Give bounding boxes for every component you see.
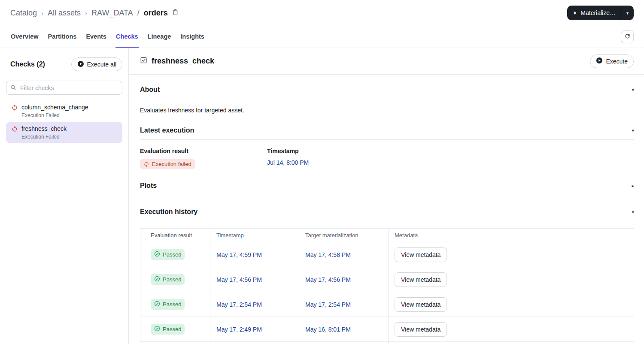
refresh-button[interactable] [621,30,634,43]
target-materialization-link[interactable]: May 17, 4:56 PM [305,276,351,283]
chevron-right-icon: › [85,9,87,17]
execute-label: Execute [606,58,628,65]
column-header-metadata: Metadata [389,229,634,242]
top-bar: Catalog › All assets › RAW_DATA / orders… [0,0,644,26]
check-circle-icon [154,301,160,308]
check-list-item-freshness-check[interactable]: freshness_check Execution Failed [6,122,122,143]
chevron-down-icon: ▾ [632,210,634,214]
execution-history-header[interactable]: Execution history ▾ [140,208,634,221]
refresh-icon [624,33,631,41]
filter-checks-input[interactable] [6,81,122,95]
latest-execution-header[interactable]: Latest execution ▾ [140,127,634,140]
passed-badge: Passed [151,324,185,335]
check-list-item-column-schema-change[interactable]: column_schema_change Execution Failed [6,101,122,121]
execution-history-table: Evaluation result Timestamp Target mater… [140,228,634,344]
checks-sidebar: Checks (2) Execute all [0,48,129,344]
table-row: Passed May 17, 4:56 PM May 17, 4:56 PM V… [140,267,634,292]
view-metadata-button[interactable]: View metadata [395,322,447,337]
tab-insights[interactable]: Insights [180,26,205,48]
about-description: Evaluates freshness for targeted asset. [140,99,634,114]
section-title: About [140,86,160,94]
caret-down-icon: ▾ [626,11,629,15]
latest-timestamp-link[interactable]: Jul 14, 8:00 PM [267,159,309,166]
tab-checks[interactable]: Checks [115,26,139,48]
check-detail-header: freshness_check Execute [129,48,644,75]
section-title: Execution history [140,208,197,216]
check-name: column_schema_change [21,104,88,111]
badge-label: Passed [163,326,181,332]
table-header-row: Evaluation result Timestamp Target mater… [140,229,634,242]
check-name: freshness_check [21,125,67,132]
chevron-down-icon: ▾ [632,88,634,92]
copy-asset-key-button[interactable] [171,8,179,18]
table-row: Passed May 17, 2:54 PM May 17, 2:54 PM V… [140,292,634,317]
table-row: Passed May 17, 4:59 PM May 17, 4:58 PM V… [140,242,634,267]
play-circle-icon [77,60,84,69]
filter-wrap [6,81,122,95]
sparkle-icon: ✦ [572,10,577,16]
sync-failed-icon [11,104,18,111]
materialize-button[interactable]: ✦ Materialize… [567,6,621,20]
timestamp-link[interactable]: May 17, 2:54 PM [216,301,262,308]
execution-history-section: Execution history ▾ Evaluation result Ti… [140,208,634,344]
breadcrumb-catalog[interactable]: Catalog [10,9,37,18]
check-status: Execution Failed [21,134,67,140]
column-header-timestamp: Timestamp [210,229,299,242]
passed-badge: Passed [151,299,185,310]
tab-overview[interactable]: Overview [10,26,39,48]
search-icon [10,84,16,91]
passed-badge: Passed [151,249,185,260]
tab-lineage[interactable]: Lineage [147,26,172,48]
target-materialization-link[interactable]: May 17, 2:54 PM [305,301,351,308]
view-metadata-button[interactable]: View metadata [395,297,447,312]
tab-bar: Overview Partitions Events Checks Lineag… [0,26,644,48]
badge-label: Execution failed [152,161,191,167]
breadcrumb: Catalog › All assets › RAW_DATA / orders [10,8,179,18]
check-title: freshness_check [152,57,214,66]
tab-events[interactable]: Events [85,26,107,48]
execute-all-label: Execute all [87,61,116,68]
target-materialization-link[interactable]: May 16, 8:01 PM [305,326,351,333]
view-metadata-button[interactable]: View metadata [395,272,447,287]
timestamp-field: Timestamp Jul 14, 8:00 PM [267,148,394,169]
timestamp-link[interactable]: May 17, 4:59 PM [216,251,262,258]
execute-all-button[interactable]: Execute all [71,57,122,71]
tab-actions [621,26,634,48]
plots-section-header[interactable]: Plots ▸ [140,182,634,195]
target-materialization-link[interactable]: May 17, 4:58 PM [305,251,351,258]
check-list: column_schema_change Execution Failed fr… [6,101,122,143]
sync-failed-icon [11,126,18,133]
evaluation-result-field: Evaluation result Execution failed [140,148,267,169]
materialize-split-button: ✦ Materialize… ▾ [567,6,634,20]
evaluation-result-label: Evaluation result [140,148,267,154]
breadcrumb-key-prefix[interactable]: RAW_DATA [91,9,133,18]
about-section: About ▾ Evaluates freshness for targeted… [140,86,634,114]
breadcrumb-all-assets[interactable]: All assets [48,9,81,18]
execute-button[interactable]: Execute [590,54,634,68]
column-header-target-materialization: Target materialization [299,229,389,242]
chevron-right-icon: ▸ [632,184,634,188]
content-area: Checks (2) Execute all [0,48,644,344]
tab-partitions[interactable]: Partitions [48,26,77,48]
asset-check-icon [140,57,147,66]
about-section-header[interactable]: About ▾ [140,86,634,99]
timestamp-label: Timestamp [267,148,394,154]
check-detail-body: About ▾ Evaluates freshness for targeted… [129,75,644,344]
materialize-dropdown-button[interactable]: ▾ [621,6,634,20]
plots-section: Plots ▸ [140,182,634,195]
latest-execution-section: Latest execution ▾ Evaluation result Exe… [140,127,634,169]
sidebar-header: Checks (2) Execute all [6,57,122,71]
table-row-partial [140,342,634,344]
asset-name: orders [144,9,168,18]
column-header-evaluation-result: Evaluation result [140,229,210,242]
view-metadata-button[interactable]: View metadata [395,247,447,262]
section-title: Plots [140,182,157,190]
section-title: Latest execution [140,127,194,134]
badge-label: Passed [163,276,181,283]
timestamp-link[interactable]: May 17, 4:56 PM [216,276,262,283]
timestamp-link[interactable]: May 17, 2:49 PM [216,326,262,333]
execution-failed-badge: Execution failed [140,159,195,169]
chevron-down-icon: ▾ [632,128,634,133]
check-circle-icon [154,251,160,258]
materialize-label: Materialize… [580,9,616,16]
